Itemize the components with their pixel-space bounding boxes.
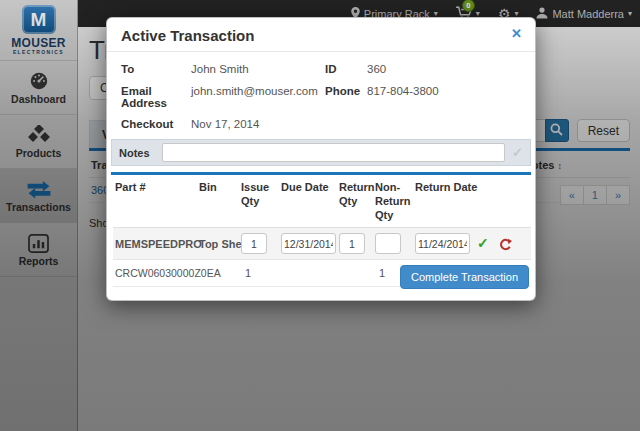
close-icon[interactable]: ✕ [511,27,522,40]
notes-label: Notes [119,147,150,159]
table-row-memspeedpro: MEMSPEEDPRO Top Shelf ✓ [113,228,531,260]
bin-column-header: Bin [197,175,239,228]
id-value: 360 [367,63,521,75]
due-date-cell [279,260,337,287]
checkout-value: Nov 17, 2014 [191,118,325,130]
notes-save-check-icon[interactable]: ✓ [512,145,523,160]
modal-footer: Complete Transaction [400,265,529,289]
notes-bar: Notes ✓ [111,139,531,166]
due-date-column-header: Due Date [279,175,337,228]
to-label: To [121,63,191,75]
return-date-column-header: Return Date [413,175,475,228]
email-value: john.smith@mouser.com [191,85,325,97]
id-label: ID [325,63,367,75]
confirm-check-icon[interactable]: ✓ [477,235,489,251]
issue-qty-input[interactable] [241,233,267,254]
part-number-cell: CRCW06030000Z0EA [113,260,197,287]
return-date-input[interactable] [415,233,470,254]
to-value: John Smith [191,63,325,75]
notes-input[interactable] [162,143,506,162]
return-qty-input[interactable] [339,233,365,254]
checkout-label: Checkout [121,118,191,130]
return-qty-column-header: Return Qty [337,175,373,228]
return-qty-cell [337,260,373,287]
issue-qty-cell: 1 [239,260,279,287]
phone-value: 817-804-3800 [367,85,521,97]
transaction-details: To John Smith ID 360 Email Address john.… [107,52,535,130]
bin-cell: Top Shelf [197,228,239,260]
undo-icon[interactable] [499,241,512,253]
phone-label: Phone [325,85,367,97]
non-return-qty-column-header: Non-Return Qty [373,175,413,228]
complete-transaction-button[interactable]: Complete Transaction [400,265,529,289]
modal-header: Active Transaction ✕ [107,18,535,52]
part-number-cell: MEMSPEEDPRO [113,228,197,260]
issue-qty-column-header: Issue Qty [239,175,279,228]
email-label: Email Address [121,85,191,109]
table-header-row: Part # Bin Issue Qty Due Date Return Qty… [113,175,531,228]
modal-title: Active Transaction [121,27,254,44]
non-return-qty-input[interactable] [375,233,401,254]
part-column-header: Part # [113,175,197,228]
actions-column-header [475,175,531,228]
due-date-input[interactable] [281,233,336,254]
active-transaction-modal: Active Transaction ✕ To John Smith ID 36… [106,17,536,301]
